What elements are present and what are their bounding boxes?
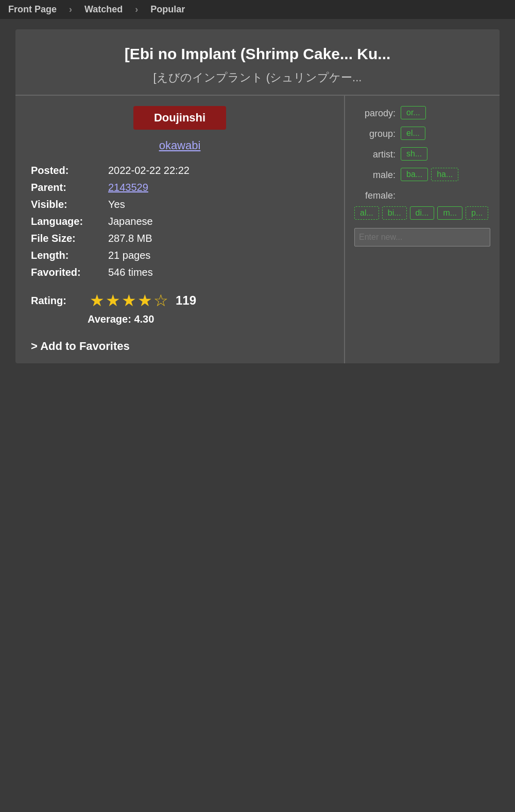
rating-count: 119 [176,293,196,308]
tag-male-label: male: [354,168,396,181]
tag-female-1[interactable]: al... [354,206,379,220]
meta-visible-label: Visible: [31,199,108,210]
meta-length: Length: 21 pages [31,250,329,261]
nav-popular[interactable]: Popular [150,4,185,15]
tag-group-1[interactable]: el... [401,127,425,140]
meta-language: Language: Japanese [31,216,329,227]
meta-filesize: File Size: 287.8 MB [31,233,329,244]
meta-language-value: Japanese [108,216,153,227]
tag-group-artist: sh... [401,147,427,161]
tag-artist-label: artist: [354,147,396,160]
star-2[interactable]: ★ [106,291,121,310]
tag-female-3[interactable]: di... [410,206,435,220]
metadata-table: Posted: 2022-02-22 22:22 Parent: 2143529… [31,165,329,278]
tag-row-parody: parody: or... [354,106,490,119]
rating-section: Rating: ★ ★ ★ ★ ☆ 119 Average: 4.30 [31,291,329,325]
meta-visible: Visible: Yes [31,199,329,210]
title-main: [Ebi no Implant (Shrimp Cake... Ku... [26,44,489,64]
title-section: [Ebi no Implant (Shrimp Cake... Ku... [え… [15,29,500,95]
tag-group-label: group: [354,127,396,139]
meta-filesize-label: File Size: [31,233,108,244]
meta-parent: Parent: 2143529 [31,182,329,193]
tag-female-5[interactable]: p... [466,206,488,220]
tag-female-label: female: [354,188,396,201]
tag-group-female: al... bi... di... m... p... [354,206,488,220]
meta-filesize-value: 287.8 MB [108,233,152,244]
nav-watched[interactable]: Watched [84,4,123,15]
tag-group-male: ba... ha... [401,168,458,181]
tag-group-group: el... [401,127,425,140]
tag-parody-label: parody: [354,106,396,119]
category-badge[interactable]: Doujinshi [133,106,226,130]
uploader-link[interactable]: okawabi [31,139,329,152]
meta-parent-value[interactable]: 2143529 [108,182,148,193]
tag-male-2[interactable]: ha... [431,168,458,181]
meta-favorited-label: Favorited: [31,267,108,278]
tag-row-artist: artist: sh... [354,147,490,161]
tag-parody-1[interactable]: or... [401,106,426,119]
meta-favorited: Favorited: 546 times [31,267,329,278]
right-column: parody: or... group: el... artist: sh... [345,96,500,363]
nav-sep-1: › [69,4,72,15]
title-japanese: [えびのインプラント (シュリンプケー... [26,70,489,85]
content-body: Doujinshi okawabi Posted: 2022-02-22 22:… [15,95,500,363]
meta-posted-label: Posted: [31,165,108,176]
top-navigation: Front Page › Watched › Popular [0,0,515,19]
meta-favorited-value: 546 times [108,267,153,278]
meta-visible-value: Yes [108,199,125,210]
rating-label: Rating: [31,295,82,307]
star-3[interactable]: ★ [122,291,136,310]
tag-artist-1[interactable]: sh... [401,147,427,161]
stars-display[interactable]: ★ ★ ★ ★ ☆ [90,291,168,310]
nav-sep-2: › [135,4,138,15]
star-1[interactable]: ★ [90,291,105,310]
tag-row-group: group: el... [354,127,490,140]
meta-posted: Posted: 2022-02-22 22:22 [31,165,329,176]
rating-average: Average: 4.30 [88,313,329,325]
meta-length-value: 21 pages [108,250,150,261]
star-5-half[interactable]: ☆ [153,291,168,310]
tag-female-2[interactable]: bi... [382,206,407,220]
nav-front-page[interactable]: Front Page [8,4,57,15]
tag-male-1[interactable]: ba... [401,168,428,181]
tag-group-parody: or... [401,106,426,119]
rating-row: Rating: ★ ★ ★ ★ ☆ 119 [31,291,329,310]
meta-length-label: Length: [31,250,108,261]
add-to-favorites-button[interactable]: Add to Favorites [31,340,329,353]
left-column: Doujinshi okawabi Posted: 2022-02-22 22:… [15,96,345,363]
star-4[interactable]: ★ [138,291,152,310]
tag-female-4[interactable]: m... [437,206,462,220]
tag-row-female: female: al... bi... di... m... p... [354,188,490,220]
comment-input[interactable] [354,228,490,246]
meta-posted-value: 2022-02-22 22:22 [108,165,190,176]
main-card: [Ebi no Implant (Shrimp Cake... Ku... [え… [15,29,500,363]
meta-language-label: Language: [31,216,108,227]
tag-row-male: male: ba... ha... [354,168,490,181]
meta-parent-label: Parent: [31,182,108,193]
comment-box-area [354,228,490,246]
